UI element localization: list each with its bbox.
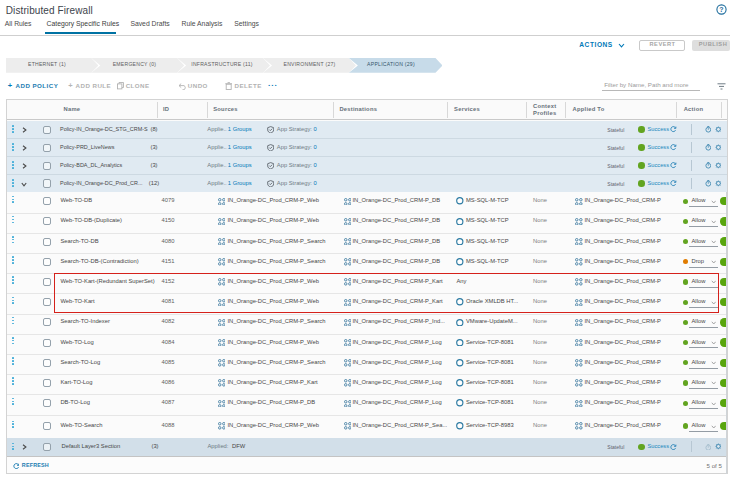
svg-text:?: ?: [719, 6, 723, 13]
